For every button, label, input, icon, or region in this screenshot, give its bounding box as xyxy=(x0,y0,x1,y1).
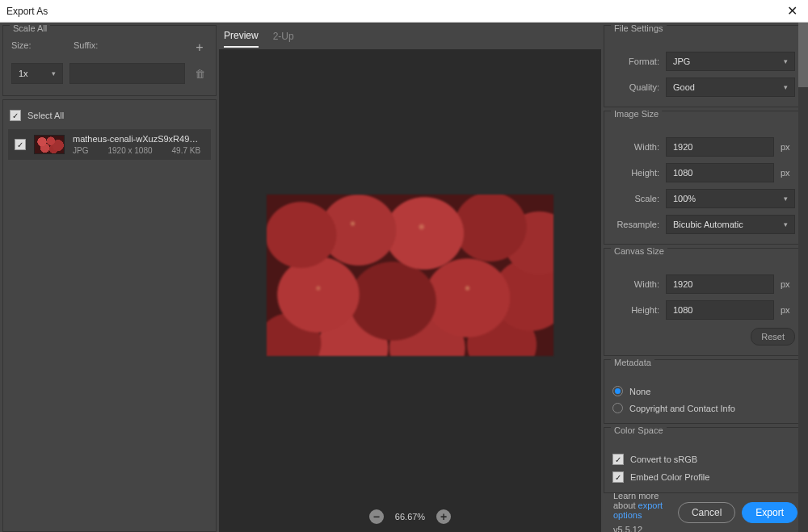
checkbox-icon: ✓ xyxy=(612,454,624,465)
chevron-down-icon: ▾ xyxy=(52,69,56,77)
select-all-checkbox[interactable]: ✓ xyxy=(10,110,21,121)
file-settings-section: File Settings Format: JPG ▾ Quality: Goo… xyxy=(604,25,804,107)
asset-thumbnail xyxy=(34,135,65,154)
chevron-down-icon: ▾ xyxy=(784,220,788,228)
height-unit: px xyxy=(781,168,795,178)
chevron-down-icon: ▾ xyxy=(784,83,788,91)
close-icon[interactable]: ✕ xyxy=(782,3,802,19)
format-label: Format: xyxy=(612,57,659,66)
suffix-label: Suffix: xyxy=(74,40,191,55)
metadata-copyright-option[interactable]: Copyright and Contact Info xyxy=(612,403,795,413)
scale-label: Scale: xyxy=(612,194,659,203)
zoom-out-button[interactable]: − xyxy=(369,509,384,524)
preview-image xyxy=(267,195,553,356)
resample-value: Bicubic Automatic xyxy=(673,220,743,229)
quality-value: Good xyxy=(673,82,695,92)
canvas-height-unit: px xyxy=(781,305,795,315)
version-label: v5.5.12 xyxy=(613,525,671,532)
image-size-legend: Image Size xyxy=(611,109,662,119)
select-all-label: Select All xyxy=(27,111,64,120)
preview-tabs: Preview 2-Up xyxy=(219,25,601,49)
asset-format: JPG xyxy=(73,146,88,155)
preview-area[interactable] xyxy=(219,49,601,501)
height-input[interactable]: 1080 xyxy=(666,163,774,182)
suffix-input[interactable] xyxy=(69,63,185,84)
zoom-bar: − 66.67% + xyxy=(219,501,601,532)
canvas-width-input[interactable]: 1920 xyxy=(666,274,774,294)
colorspace-legend: Color Space xyxy=(611,425,667,435)
asset-checkbox[interactable]: ✓ xyxy=(15,139,26,150)
quality-label: Quality: xyxy=(612,82,659,92)
scale-all-section: Scale All Size: Suffix: + 1x ▾ 🗑 xyxy=(2,25,217,96)
canvas-height-label: Height: xyxy=(612,305,659,315)
tab-2up[interactable]: 2-Up xyxy=(273,31,294,47)
format-select[interactable]: JPG ▾ xyxy=(666,52,795,71)
size-select[interactable]: 1x ▾ xyxy=(11,63,63,84)
scale-all-legend: Scale All xyxy=(10,23,50,33)
window-scrollbar[interactable] xyxy=(798,23,808,532)
scale-select[interactable]: 100% ▾ xyxy=(666,189,795,208)
metadata-none-option[interactable]: None xyxy=(612,386,795,396)
dialog-body: Scale All Size: Suffix: + 1x ▾ 🗑 ✓ Selec… xyxy=(0,23,808,532)
height-label: Height: xyxy=(612,168,659,178)
resample-select[interactable]: Bicubic Automatic ▾ xyxy=(666,215,795,234)
convert-srgb-checkbox[interactable]: ✓ Convert to sRGB xyxy=(612,454,795,465)
chevron-down-icon: ▾ xyxy=(784,57,788,65)
tab-preview[interactable]: Preview xyxy=(224,30,259,48)
radio-icon xyxy=(612,403,623,413)
scale-value: 100% xyxy=(673,194,696,203)
zoom-value: 66.67% xyxy=(395,512,425,522)
reset-button[interactable]: Reset xyxy=(751,328,795,346)
file-settings-legend: File Settings xyxy=(611,25,667,33)
center-panel: Preview 2-Up − 66.67% + xyxy=(219,25,601,532)
asset-dimensions: 1920 x 1080 xyxy=(107,146,152,155)
asset-filesize: 49.7 KB xyxy=(172,146,201,155)
titlebar: Export As ✕ xyxy=(0,0,808,23)
checkbox-icon: ✓ xyxy=(612,471,624,483)
size-select-value: 1x xyxy=(19,69,28,78)
window-title: Export As xyxy=(6,6,48,17)
size-label: Size: xyxy=(11,40,74,55)
chevron-down-icon: ▾ xyxy=(784,195,788,203)
width-input[interactable]: 1920 xyxy=(666,137,774,157)
cancel-button[interactable]: Cancel xyxy=(678,502,735,523)
metadata-section: Metadata None Copyright and Contact Info xyxy=(604,359,804,424)
resample-label: Resample: xyxy=(612,220,659,229)
canvas-height-input[interactable]: 1080 xyxy=(666,300,774,320)
radio-icon xyxy=(612,386,623,396)
canvas-width-label: Width: xyxy=(612,279,659,289)
canvas-width-unit: px xyxy=(781,279,795,289)
image-size-section: Image Size Width: 1920 px Height: 1080 p… xyxy=(604,111,804,245)
quality-select[interactable]: Good ▾ xyxy=(666,77,795,97)
left-panel: Scale All Size: Suffix: + 1x ▾ 🗑 ✓ Selec… xyxy=(2,25,217,532)
trash-icon[interactable]: 🗑 xyxy=(191,68,208,80)
embed-profile-checkbox[interactable]: ✓ Embed Color Profile xyxy=(612,471,795,483)
format-value: JPG xyxy=(673,57,690,66)
canvas-size-section: Canvas Size Width: 1920 px Height: 1080 … xyxy=(604,248,804,356)
metadata-legend: Metadata xyxy=(611,358,654,367)
asset-item[interactable]: ✓ matheus-cenali-wXuzS9xR49M-uns JPG 192… xyxy=(8,129,211,160)
add-scale-icon[interactable]: + xyxy=(191,40,208,55)
canvas-size-legend: Canvas Size xyxy=(611,246,667,256)
footer: Learn more about export options v5.5.12 … xyxy=(604,493,806,532)
right-panel: File Settings Format: JPG ▾ Quality: Goo… xyxy=(604,25,806,493)
export-button[interactable]: Export xyxy=(742,502,797,523)
colorspace-section: Color Space ✓ Convert to sRGB ✓ Embed Co… xyxy=(604,427,804,493)
asset-list-section: ✓ Select All ✓ matheus-cenali-wXuzS9xR49… xyxy=(2,99,217,532)
width-unit: px xyxy=(781,142,795,152)
width-label: Width: xyxy=(612,142,659,152)
zoom-in-button[interactable]: + xyxy=(436,509,451,524)
asset-name: matheus-cenali-wXuzS9xR49M-uns xyxy=(73,134,204,144)
